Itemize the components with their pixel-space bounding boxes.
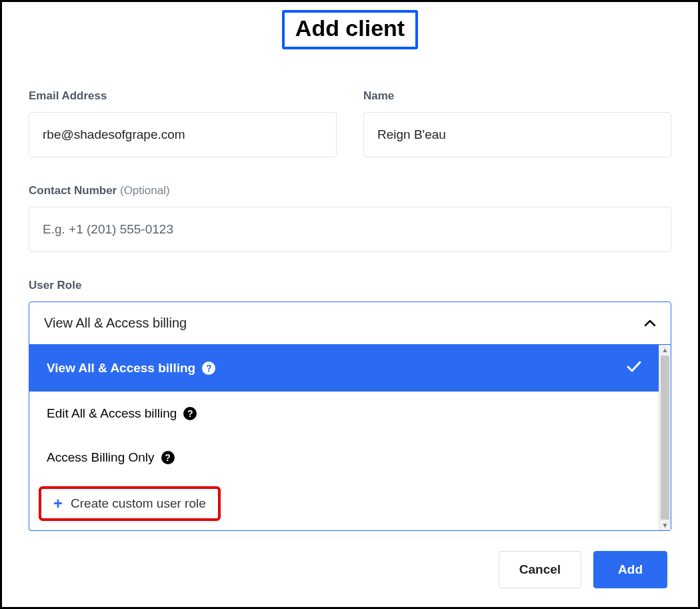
role-option-view-all[interactable]: View All & Access billing ? (29, 345, 659, 392)
chevron-up-icon (644, 316, 656, 331)
cancel-button[interactable]: Cancel (499, 551, 581, 588)
plus-icon: + (53, 496, 63, 512)
scrollbar-thumb[interactable] (661, 356, 669, 520)
create-custom-role-button[interactable]: + Create custom user role (39, 486, 221, 521)
check-icon (627, 360, 641, 377)
role-select[interactable]: View All & Access billing (29, 301, 671, 345)
role-option-edit-all[interactable]: Edit All & Access billing ? (29, 392, 659, 436)
email-label: Email Address (29, 89, 337, 103)
name-group: Name (363, 89, 671, 157)
help-icon[interactable]: ? (161, 451, 175, 464)
role-selected-value: View All & Access billing (44, 316, 187, 331)
dialog-title: Add client (295, 15, 405, 41)
contact-input[interactable] (29, 207, 671, 252)
dialog-actions: Cancel Add (499, 551, 667, 588)
contact-label: Contact Number (Optional) (29, 184, 671, 197)
name-input[interactable] (363, 112, 671, 157)
dialog-title-highlight: Add client (282, 10, 418, 49)
contact-group: Contact Number (Optional) (29, 184, 671, 252)
email-input[interactable] (29, 112, 337, 157)
dialog-header: Add client (29, 9, 671, 49)
dropdown-scrollbar[interactable]: ▲ ▼ (659, 345, 671, 530)
help-icon[interactable]: ? (202, 362, 215, 375)
scroll-down-icon[interactable]: ▼ (659, 522, 671, 529)
role-option-billing-only[interactable]: Access Billing Only ? (29, 436, 659, 480)
help-icon[interactable]: ? (183, 407, 197, 420)
scroll-up-icon[interactable]: ▲ (659, 346, 671, 354)
name-label: Name (363, 89, 671, 103)
role-label: User Role (29, 279, 671, 292)
role-dropdown: View All & Access billing ? Edit All & A… (29, 345, 671, 531)
role-group: User Role View All & Access billing View… (29, 279, 671, 531)
add-button[interactable]: Add (593, 551, 667, 588)
email-group: Email Address (29, 89, 337, 157)
